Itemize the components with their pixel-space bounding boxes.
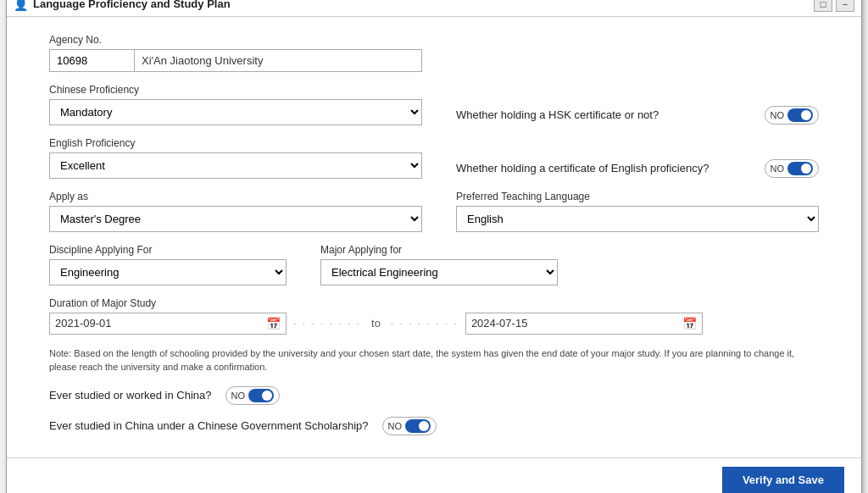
minimize-button[interactable]: −: [836, 0, 854, 12]
hsk-toggle-container[interactable]: NO: [765, 106, 820, 125]
window-controls: □ −: [814, 0, 854, 12]
chinese-proficiency-label: Chinese Proficiency: [49, 84, 422, 96]
agency-no-label: Agency No.: [49, 34, 819, 46]
apply-as-label: Apply as: [49, 191, 422, 202]
apply-as-select[interactable]: Master's Degree Bachelor's Degree Doctor…: [49, 206, 422, 232]
title-bar-left: 👤 Language Proficiency and Study Plan: [14, 0, 231, 11]
main-window: 👤 Language Proficiency and Study Plan □ …: [6, 0, 862, 493]
to-text: to: [371, 317, 381, 330]
duration-label: Duration of Major Study: [49, 297, 819, 309]
window-icon: 👤: [14, 0, 28, 11]
chinese-proficiency-group: Chinese Proficiency Mandatory Basic Inte…: [49, 84, 422, 125]
hsk-question-group: Whether holding a HSK certificate or not…: [456, 84, 819, 125]
date-row: 2021-09-01 📅 · · · · · · · · to · · · · …: [49, 313, 819, 335]
end-date-value: 2024-07-15: [471, 317, 528, 330]
english-cert-label: Whether holding a certificate of English…: [456, 162, 756, 174]
date-separator: · · · · · · · ·: [293, 318, 361, 330]
scholarship-row: Ever studied in China under a Chinese Go…: [49, 417, 819, 435]
english-proficiency-group: English Proficiency Excellent Good Fair …: [49, 137, 422, 179]
chinese-proficiency-select[interactable]: Mandatory Basic Intermediate Advanced: [49, 99, 422, 125]
discipline-select[interactable]: Engineering Science Arts Medicine: [49, 259, 287, 285]
preferred-language-group: Preferred Teaching Language English Chin…: [456, 191, 819, 232]
preferred-language-select[interactable]: English Chinese French German: [456, 206, 819, 232]
studied-china-toggle-switch[interactable]: [248, 389, 274, 402]
form-footer: Verify and Save: [7, 457, 861, 494]
window-title: Language Proficiency and Study Plan: [33, 0, 231, 10]
studied-china-label: Ever studied or worked in China?: [49, 389, 212, 402]
major-select[interactable]: Electrical Engineering Mechanical Engine…: [320, 259, 558, 285]
hsk-toggle-no: NO: [771, 110, 785, 120]
major-group: Major Applying for Electrical Engineerin…: [320, 244, 558, 285]
studied-china-row: Ever studied or worked in China? NO: [49, 386, 819, 405]
preferred-language-label: Preferred Teaching Language: [456, 191, 819, 202]
english-cert-toggle-switch[interactable]: [787, 162, 813, 175]
studied-china-toggle-no: NO: [231, 391, 246, 401]
end-calendar-icon[interactable]: 📅: [682, 317, 697, 330]
agency-no-field[interactable]: [50, 50, 135, 71]
agency-no-group: Agency No.: [49, 34, 819, 72]
agency-input-container: [49, 49, 422, 72]
major-label: Major Applying for: [320, 244, 558, 256]
english-cert-toggle-no: NO: [771, 163, 785, 174]
chinese-proficiency-row: Chinese Proficiency Mandatory Basic Inte…: [49, 84, 819, 125]
discipline-group: Discipline Applying For Engineering Scie…: [49, 244, 287, 285]
maximize-button[interactable]: □: [814, 0, 832, 12]
start-date-value: 2021-09-01: [55, 317, 112, 330]
studied-china-toggle-container[interactable]: NO: [225, 386, 281, 405]
scholarship-toggle-container[interactable]: NO: [382, 417, 437, 435]
scholarship-toggle-switch[interactable]: [405, 419, 431, 433]
english-proficiency-row: English Proficiency Excellent Good Fair …: [49, 137, 819, 179]
scholarship-label: Ever studied in China under a Chinese Go…: [49, 419, 369, 432]
end-date-input[interactable]: 2024-07-15 📅: [465, 313, 703, 335]
apply-as-row: Apply as Master's Degree Bachelor's Degr…: [49, 191, 819, 232]
date-separator-2: · · · · · · · ·: [391, 318, 459, 330]
verify-save-button[interactable]: Verify and Save: [722, 467, 844, 493]
duration-group: Duration of Major Study 2021-09-01 📅 · ·…: [49, 297, 819, 335]
apply-as-group: Apply as Master's Degree Bachelor's Degr…: [49, 191, 422, 232]
hsk-question-label: Whether holding a HSK certificate or not…: [456, 108, 756, 121]
english-cert-question-group: Whether holding a certificate of English…: [456, 137, 819, 178]
title-bar: 👤 Language Proficiency and Study Plan □ …: [7, 0, 861, 17]
hsk-toggle-switch[interactable]: [787, 108, 813, 122]
start-date-input[interactable]: 2021-09-01 📅: [49, 313, 287, 335]
english-proficiency-select[interactable]: Excellent Good Fair Poor: [49, 152, 422, 179]
form-content: Agency No. Chinese Proficiency Mandatory…: [7, 17, 861, 444]
scholarship-toggle-no: NO: [388, 421, 403, 431]
discipline-label: Discipline Applying For: [49, 244, 287, 256]
discipline-major-row: Discipline Applying For Engineering Scie…: [49, 244, 819, 285]
english-cert-toggle-container[interactable]: NO: [765, 159, 820, 178]
start-calendar-icon[interactable]: 📅: [266, 317, 281, 330]
agency-name-field[interactable]: [135, 50, 421, 71]
note-text: Note: Based on the length of schooling p…: [49, 346, 812, 374]
english-proficiency-label: English Proficiency: [49, 137, 422, 149]
